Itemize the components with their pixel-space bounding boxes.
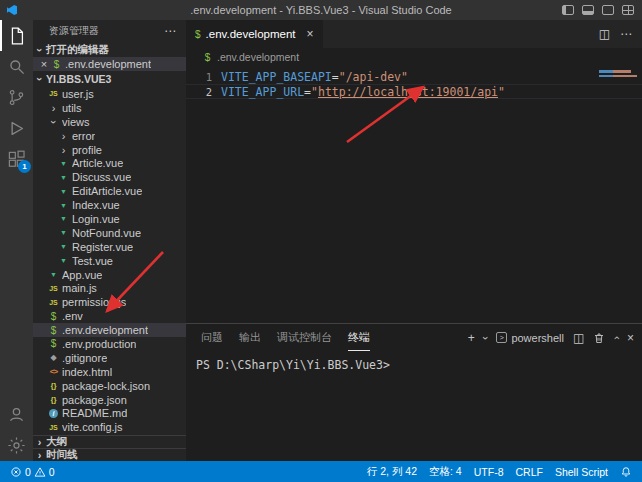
tree-item-utils[interactable]: ›utils (33, 101, 186, 115)
activity-explorer-icon[interactable] (0, 20, 33, 51)
code-token: "/api-dev" (339, 70, 408, 84)
tree-item-index.html[interactable]: <>index.html (33, 365, 186, 379)
tree-item-.env.production[interactable]: $.env.production (33, 337, 186, 351)
open-editors-section[interactable]: › 打开的编辑器 (33, 42, 186, 57)
terminal-profiles-chevron-icon[interactable]: › (480, 336, 492, 340)
tree-item-.env[interactable]: $.env (33, 309, 186, 323)
editor-more-actions-icon[interactable]: ⋯ (620, 27, 632, 41)
tree-item-.gitignore[interactable]: ◆.gitignore (33, 351, 186, 365)
tree-item-Login.vue[interactable]: ▼Login.vue (33, 212, 186, 226)
tree-item-README.md[interactable]: iREADME.md (33, 406, 186, 420)
env-file-icon: $ (50, 59, 63, 70)
eol-status[interactable]: CRLF (515, 466, 542, 478)
tree-item-NotFound.vue[interactable]: ▼NotFound.vue (33, 226, 186, 240)
activity-source-control-icon[interactable] (0, 82, 33, 113)
tree-item-package.json[interactable]: {}package.json (33, 393, 186, 407)
outline-label: 大纲 (46, 435, 67, 449)
file-name: views (62, 116, 90, 128)
tree-item-main.js[interactable]: JSmain.js (33, 281, 186, 295)
tree-item-Article.vue[interactable]: ▼Article.vue (33, 156, 186, 170)
line-number: 2 (186, 86, 212, 98)
vue-file-icon: ▼ (57, 243, 70, 250)
chevron-right-icon: › (33, 449, 46, 461)
customize-layout-icon[interactable] (622, 5, 634, 15)
panel-tab-debug-console[interactable]: 调试控制台 (277, 324, 332, 351)
panel-tab-problems[interactable]: 问题 (201, 324, 223, 351)
tab-env-development[interactable]: $ .env.development × (186, 20, 323, 48)
tree-item-App.vue[interactable]: ▼App.vue (33, 268, 186, 282)
activity-bar-spacer (0, 175, 33, 399)
tree-item-Index.vue[interactable]: ▼Index.vue (33, 198, 186, 212)
open-editor-.env.development[interactable]: ×$.env.development (33, 57, 186, 71)
close-tab-icon[interactable]: × (307, 27, 314, 41)
terminal-output[interactable]: PS D:\CSharp\Yi\Yi.BBS.Vue3> (186, 351, 642, 461)
panel-tab-output[interactable]: 输出 (239, 324, 261, 351)
file-name: .env.development (62, 324, 148, 336)
notifications-bell-icon[interactable] (620, 466, 632, 478)
outline-section[interactable]: › 大纲 (33, 435, 186, 448)
tree-item-Test.vue[interactable]: ▼Test.vue (33, 254, 186, 268)
new-terminal-icon[interactable]: + (468, 331, 475, 345)
code-editor[interactable]: 1VITE_APP_BASEAPI="/api-dev"2VITE_APP_UR… (186, 66, 642, 323)
split-terminal-icon[interactable]: ◫ (573, 331, 584, 345)
panel-tab-terminal[interactable]: 终端 (348, 324, 370, 351)
minimap[interactable] (596, 68, 640, 128)
language-mode-status[interactable]: Shell Script (555, 466, 608, 478)
tree-item-views[interactable]: ›views (33, 115, 186, 129)
warning-count: 0 (49, 466, 55, 478)
cursor-position-status[interactable]: 行 2, 列 42 (367, 465, 417, 479)
activity-run-debug-icon[interactable] (0, 113, 33, 144)
activity-search-icon[interactable] (0, 51, 33, 82)
bottom-panel: 问题输出调试控制台终端 + › > powershell ◫ › × (186, 323, 642, 461)
tree-item-EditArticle.vue[interactable]: ▼EditArticle.vue (33, 184, 186, 198)
editor-group: $ .env.development × ◫ ⋯ $ .env.developm… (186, 20, 642, 461)
timeline-section[interactable]: › 时间线 (33, 448, 186, 461)
activity-settings-gear-icon[interactable] (0, 430, 33, 461)
tree-item-Register.vue[interactable]: ▼Register.vue (33, 240, 186, 254)
tree-item-user.js[interactable]: JSuser.js (33, 87, 186, 101)
indentation-status[interactable]: 空格: 4 (429, 465, 462, 479)
tree-item-profile[interactable]: ›profile (33, 143, 186, 157)
vue-file-icon: ▼ (57, 188, 70, 195)
file-name: profile (72, 144, 102, 156)
file-name: Test.vue (72, 255, 113, 267)
tree-item-Discuss.vue[interactable]: ▼Discuss.vue (33, 170, 186, 184)
tree-item-permission.js[interactable]: JSpermission.js (33, 295, 186, 309)
tree-item-error[interactable]: ›error (33, 129, 186, 143)
code-token: VITE_APP_BASEAPI (221, 70, 332, 84)
encoding-status[interactable]: UTF-8 (474, 466, 504, 478)
toggle-secondary-sidebar-icon[interactable] (602, 5, 614, 15)
activity-extensions-icon[interactable]: 1 (0, 144, 33, 175)
vscode-window: .env.development - Yi.BBS.Vue3 - Visual … (0, 0, 642, 482)
file-name: README.md (62, 407, 127, 419)
code-line-2[interactable]: 2VITE_APP_URL="http://localhost:19001/ap… (186, 84, 642, 99)
toggle-sidebar-icon[interactable] (562, 5, 574, 15)
tree-item-.env.development[interactable]: $.env.development (33, 323, 186, 337)
explorer-more-actions-icon[interactable]: ⋯ (164, 24, 176, 38)
tree-item-package-lock.json[interactable]: {}package-lock.json (33, 379, 186, 393)
close-editor-icon[interactable]: × (38, 58, 50, 70)
tree-item-vite.config.js[interactable]: JSvite.config.js (33, 420, 186, 434)
kill-terminal-icon[interactable] (593, 332, 605, 344)
activity-account-icon[interactable] (0, 399, 33, 430)
code-line-1[interactable]: 1VITE_APP_BASEAPI="/api-dev" (186, 69, 642, 84)
problems-status[interactable]: 0 0 (10, 466, 55, 478)
close-panel-icon[interactable]: × (627, 331, 634, 345)
split-editor-icon[interactable]: ◫ (599, 27, 610, 41)
terminal-shell-select[interactable]: > powershell (496, 332, 564, 344)
toggle-panel-icon[interactable] (582, 5, 594, 15)
breadcrumb[interactable]: $ .env.development (186, 48, 642, 66)
layout-controls (562, 0, 634, 20)
explorer-sidebar: 资源管理器 ⋯ › 打开的编辑器 ×$.env.development › YI… (33, 20, 186, 461)
maximize-panel-icon[interactable]: › (610, 336, 622, 340)
open-editors-label: 打开的编辑器 (46, 43, 109, 57)
project-name: YI.BBS.VUE3 (46, 73, 111, 85)
file-name: Discuss.vue (72, 171, 131, 183)
code-token: = (332, 70, 339, 84)
breadcrumb-item: .env.development (217, 51, 299, 63)
chevron-right-icon: › (57, 130, 70, 142)
code-token: http://localhost:19001/api (318, 85, 498, 99)
open-editors-list: ×$.env.development (33, 57, 186, 71)
file-name: utils (62, 102, 82, 114)
project-section[interactable]: › YI.BBS.VUE3 (33, 71, 186, 87)
